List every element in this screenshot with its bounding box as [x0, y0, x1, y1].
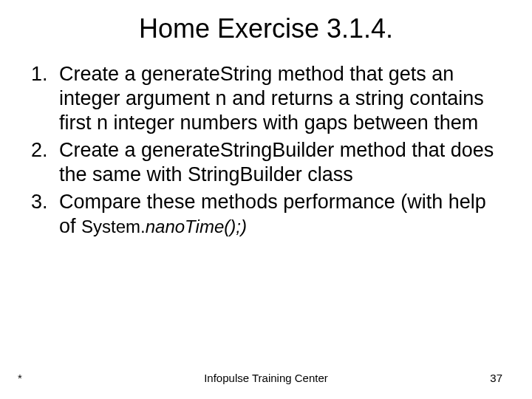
list-item: Create a generateStringBuilder method th… — [53, 138, 497, 187]
list-item: Compare these methods performance (with … — [53, 190, 497, 239]
code-text-italic: nanoTime();) — [146, 216, 247, 236]
footer-center: Infopulse Training Center — [0, 372, 532, 384]
code-text: System. — [81, 216, 146, 236]
content-area: Create a generateString method that gets… — [0, 62, 532, 239]
list-item: Create a generateString method that gets… — [53, 62, 497, 135]
page-title: Home Exercise 3.1.4. — [0, 0, 532, 62]
footer: * Infopulse Training Center 37 — [0, 372, 532, 384]
item-text: Create a generateString method that gets… — [59, 63, 484, 134]
exercise-list: Create a generateString method that gets… — [18, 62, 497, 239]
footer-right: 37 — [490, 372, 502, 384]
footer-left: * — [18, 372, 22, 384]
item-text: Create a generateStringBuilder method th… — [59, 139, 494, 185]
